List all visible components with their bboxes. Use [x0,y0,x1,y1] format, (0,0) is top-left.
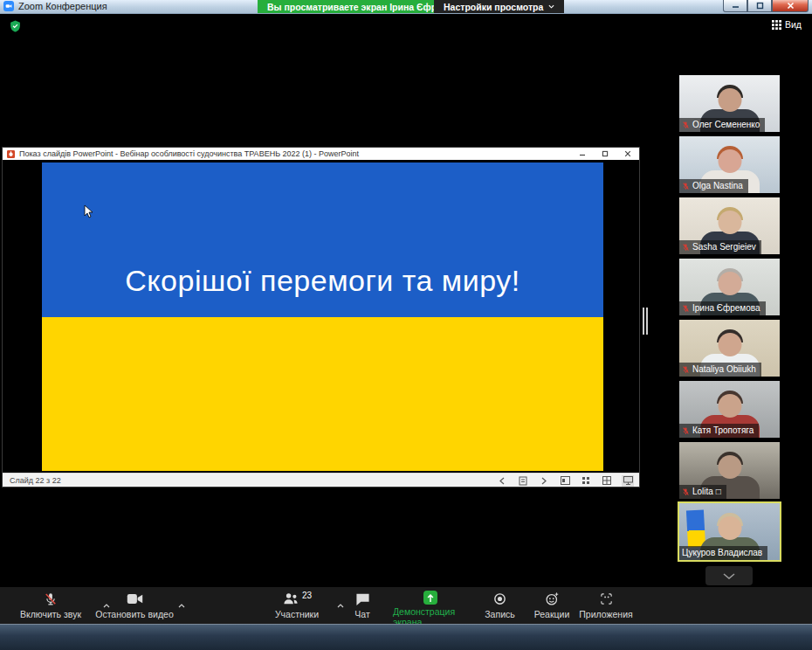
record-button[interactable]: Запись [476,591,524,619]
chevron-down-icon [723,573,735,579]
muted-mic-icon [682,304,690,314]
slideshow-area: Скорішої перемоги та миру! [3,160,639,473]
zoom-meeting-window: Zoom Конференция Вы просматриваете экран… [0,0,812,650]
share-screen-icon [423,591,437,605]
zoom-app-icon [3,1,14,11]
muted-mic-icon [682,365,690,375]
ppt-close-button[interactable] [616,148,639,160]
participant-video[interactable]: Sasha Sergieiev [679,197,780,254]
slide-counter: Слайд 22 з 22 [10,476,61,485]
flag-yellow-stripe [42,317,603,471]
participant-name: Olga Nastina [692,180,743,192]
participant-video[interactable]: Lolita □ [679,442,780,499]
smiley-icon [545,591,560,607]
minimize-button[interactable] [723,0,747,12]
panel-drag-handle[interactable] [643,308,650,335]
display-settings-button[interactable] [622,475,634,487]
participant-nametag: Олег Семененко [679,118,765,132]
window-title: Zoom Конференция [18,1,107,11]
muted-mic-icon [682,121,690,130]
meeting-topbar: Вид [0,14,812,37]
powerpoint-window: Показ слайдів PowerPoint - Вебінар особл… [2,147,640,488]
apps-button[interactable]: Приложения [578,591,634,619]
participants-icon [282,592,299,606]
powerpoint-icon [7,150,15,158]
camera-icon [127,591,143,607]
ppt-restore-button[interactable] [594,148,616,160]
powerpoint-title: Показ слайдів PowerPoint - Вебінар особл… [19,149,359,158]
share-screen-button[interactable]: Демонстрация экрана [393,591,468,627]
ppt-minimize-button[interactable] [571,148,594,160]
grid-icon [772,20,781,30]
chat-icon [355,591,370,607]
slide-text: Скорішої перемоги та миру! [42,264,603,298]
participant-video[interactable]: Olga Nastina [679,136,780,193]
zoom-slide-button[interactable] [601,475,613,487]
participant-name: Ірина Єфремова [692,302,760,315]
participant-nametag: Цукуров Владислав [679,546,767,560]
reactions-button[interactable]: Реакции [527,591,576,619]
participant-nametag: Olga Nastina [679,179,748,193]
see-all-slides-button[interactable] [559,475,571,487]
unmute-button[interactable]: Включить звук [7,591,94,619]
video-options-chevron[interactable] [178,596,185,612]
slide-grid-button[interactable] [580,475,592,487]
participant-video[interactable]: Олег Семененко [679,75,780,132]
muted-mic-icon [43,591,58,607]
chat-button[interactable]: Чат [342,591,382,619]
participant-nametag: Sasha Sergieiev [679,240,761,254]
next-slide-button[interactable] [538,475,550,487]
muted-mic-icon [682,488,690,497]
stop-video-button[interactable]: Остановить видео [94,591,175,619]
participant-video[interactable]: Nataliya Obiiukh [679,320,780,377]
participant-name: Цукуров Владислав [682,547,762,559]
mouse-cursor [84,204,93,222]
participant-video[interactable]: Цукуров Владислав [679,503,780,560]
participants-button[interactable]: 23 Участники [262,591,332,619]
powerpoint-titlebar: Показ слайдів PowerPoint - Вебінар особл… [3,148,639,160]
muted-mic-icon [682,426,690,436]
participant-name: Sasha Sergieiev [692,241,756,253]
maximize-button[interactable] [747,0,772,12]
muted-mic-icon [682,182,690,191]
participants-panel: Олег Семененко Olga Nastina [679,75,780,564]
record-icon [492,591,507,607]
view-button[interactable]: Вид [772,19,802,30]
participant-name: Катя Тропотяга [692,425,754,437]
previous-slide-button[interactable] [496,475,508,487]
participant-video[interactable]: Катя Тропотяга [679,381,780,438]
participants-count: 23 [302,591,312,600]
view-settings-button[interactable]: Настройки просмотра [434,0,564,13]
participant-nametag: Ірина Єфремова [679,301,766,315]
meeting-toolbar: Включить звук Остановить видео 23 Участн… [0,587,812,624]
annotation-pen-button[interactable] [517,475,529,487]
chevron-down-icon [548,4,554,9]
powerpoint-statusbar: Слайд 22 з 22 [3,473,639,487]
participant-nametag: Катя Тропотяга [679,424,759,438]
apps-icon [599,591,614,607]
muted-mic-icon [682,243,690,252]
slide: Скорішої перемоги та миру! [42,162,603,471]
participant-video[interactable]: Ірина Єфремова [679,259,780,315]
participant-nametag: Nataliya Obiiukh [679,363,761,377]
security-shield-icon[interactable] [10,20,21,36]
participant-nametag: Lolita □ [679,485,726,499]
participant-name: Nataliya Obiiukh [692,363,756,376]
windows-taskbar: UK 11:52 02.06.2022 [0,624,812,650]
collapse-gallery-button[interactable] [705,566,753,585]
participant-name: Lolita □ [692,486,721,498]
window-titlebar: Zoom Конференция Вы просматриваете экран… [0,0,812,14]
close-button[interactable] [772,0,809,12]
participant-name: Олег Семененко [692,119,760,131]
